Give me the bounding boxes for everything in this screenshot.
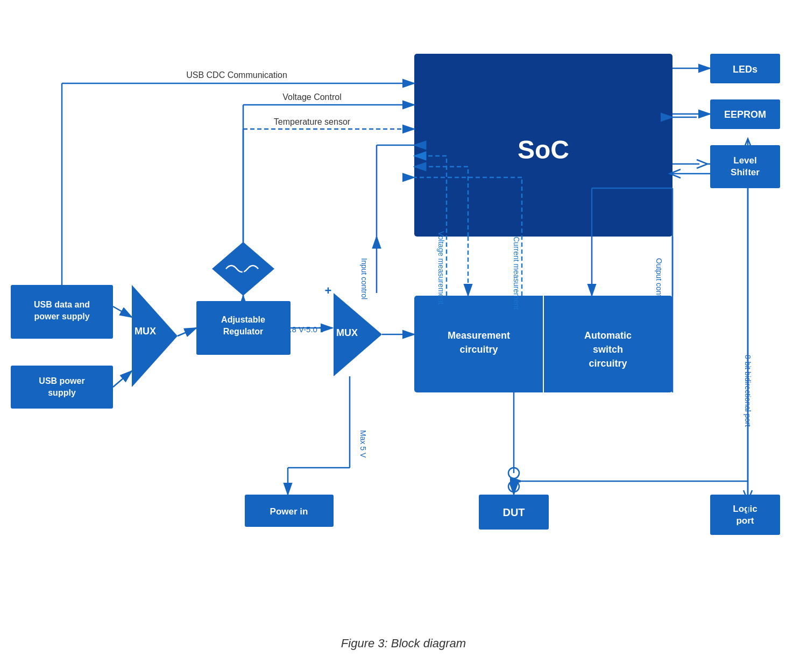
measurement-label: Measurement bbox=[448, 330, 510, 341]
output-control-label: Output control bbox=[655, 258, 663, 305]
input-control-label: Input control bbox=[360, 258, 369, 299]
dut-node2 bbox=[508, 481, 519, 492]
soc-label: SoC bbox=[518, 135, 569, 164]
usb-power-label: USB power bbox=[39, 376, 84, 385]
level-shifter-label2: Shifter bbox=[731, 167, 760, 177]
usb-power-label2: supply bbox=[48, 388, 76, 397]
auto-switch-label2: switch bbox=[593, 344, 623, 355]
auto-switch-label3: circuitry bbox=[589, 358, 627, 369]
voltage-range-label: 0.8 V-5.0 V bbox=[285, 325, 325, 334]
usb-power-to-mux-arrow bbox=[113, 371, 132, 387]
auto-switch-label: Automatic bbox=[584, 330, 632, 341]
dut-label: DUT bbox=[502, 506, 525, 518]
temp-sensor-label: Temperature sensor bbox=[274, 117, 351, 126]
power-in-label: Power in bbox=[270, 506, 308, 517]
usb-data-to-mux-arrow bbox=[113, 306, 132, 317]
mux2-label: MUX bbox=[336, 327, 358, 338]
eeprom-label: EEPROM bbox=[724, 109, 766, 120]
logic-port-block bbox=[710, 495, 780, 535]
voltage-measurement-label: Voltage measurement bbox=[437, 231, 445, 304]
usb-data-power-label2: power supply bbox=[34, 312, 89, 321]
block-diagram: USB data and power supply USB power supp… bbox=[0, 0, 807, 672]
usb-data-power-label: USB data and bbox=[34, 300, 90, 309]
current-measurement-label: Current measurement bbox=[512, 237, 521, 310]
max5v-label: Max 5 V bbox=[359, 430, 367, 458]
voltage-control-label: Voltage Control bbox=[282, 92, 341, 102]
adj-regulator-label1: Adjustable bbox=[221, 315, 265, 324]
measurement-label2: circuitry bbox=[459, 344, 498, 355]
usb-cdc-label: USB CDC Communication bbox=[186, 70, 287, 80]
plus-sign: + bbox=[325, 284, 332, 297]
figure-caption: Figure 3: Block diagram bbox=[341, 637, 466, 650]
logic-port-label1: Logic bbox=[733, 504, 757, 514]
leds-label: LEDs bbox=[733, 64, 758, 75]
level-shifter-label1: Level bbox=[733, 155, 756, 166]
logic-port-label2: port bbox=[736, 516, 754, 526]
usb-power-block bbox=[11, 366, 113, 409]
mux1-to-regulator-arrow bbox=[178, 328, 196, 336]
adj-regulator-label2: Regulator bbox=[223, 327, 264, 336]
mux1-label: MUX bbox=[134, 326, 156, 337]
